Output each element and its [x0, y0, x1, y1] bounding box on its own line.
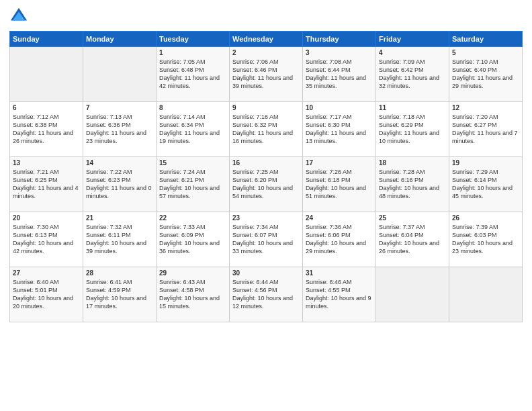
day-number: 14 [86, 159, 153, 167]
day-number: 11 [379, 104, 446, 111]
calendar-cell: 7Sunrise: 7:13 AMSunset: 6:36 PMDaylight… [83, 102, 157, 157]
day-number: 31 [306, 269, 373, 277]
cell-content: Sunrise: 7:05 AMSunset: 6:48 PMDaylight:… [159, 58, 226, 91]
week-row-4: 27Sunrise: 6:40 AMSunset: 5:01 PMDayligh… [10, 267, 523, 322]
day-number: 17 [306, 159, 373, 167]
day-number: 27 [13, 269, 80, 277]
calendar-cell [10, 47, 83, 102]
day-number: 26 [452, 214, 519, 222]
cell-content: Sunrise: 7:25 AMSunset: 6:20 PMDaylight:… [232, 168, 300, 201]
calendar-cell [376, 267, 449, 322]
cell-content: Sunrise: 7:24 AMSunset: 6:21 PMDaylight:… [159, 168, 226, 201]
calendar-cell: 1Sunrise: 7:05 AMSunset: 6:48 PMDaylight… [157, 47, 230, 102]
day-number: 22 [159, 214, 226, 222]
day-number: 16 [232, 159, 300, 167]
day-number: 28 [86, 269, 153, 277]
day-number: 12 [452, 104, 519, 111]
day-number: 2 [232, 49, 300, 56]
day-number: 9 [232, 104, 300, 111]
weekday-wednesday: Wednesday [230, 32, 303, 47]
day-number: 3 [306, 49, 373, 56]
weekday-sunday: Sunday [10, 32, 83, 47]
cell-content: Sunrise: 7:12 AMSunset: 6:38 PMDaylight:… [13, 113, 80, 146]
calendar-cell: 28Sunrise: 6:41 AMSunset: 4:59 PMDayligh… [83, 267, 157, 322]
cell-content: Sunrise: 7:28 AMSunset: 6:16 PMDaylight:… [379, 168, 446, 201]
calendar-cell: 29Sunrise: 6:43 AMSunset: 4:58 PMDayligh… [157, 267, 230, 322]
calendar-cell: 18Sunrise: 7:28 AMSunset: 6:16 PMDayligh… [376, 157, 449, 212]
cell-content: Sunrise: 7:22 AMSunset: 6:23 PMDaylight:… [86, 168, 153, 201]
calendar-cell: 30Sunrise: 6:44 AMSunset: 4:56 PMDayligh… [230, 267, 303, 322]
calendar-cell [83, 47, 157, 102]
day-number: 6 [13, 104, 80, 111]
day-number: 1 [159, 49, 226, 56]
calendar-cell: 2Sunrise: 7:06 AMSunset: 6:46 PMDaylight… [230, 47, 303, 102]
day-number: 23 [232, 214, 300, 222]
calendar-cell: 3Sunrise: 7:08 AMSunset: 6:44 PMDaylight… [303, 47, 376, 102]
calendar-cell: 13Sunrise: 7:21 AMSunset: 6:25 PMDayligh… [10, 157, 83, 212]
weekday-header-row: SundayMondayTuesdayWednesdayThursdayFrid… [10, 32, 523, 47]
weekday-saturday: Saturday [449, 32, 523, 47]
weekday-tuesday: Tuesday [157, 32, 230, 47]
cell-content: Sunrise: 7:10 AMSunset: 6:40 PMDaylight:… [452, 58, 519, 91]
cell-content: Sunrise: 7:39 AMSunset: 6:03 PMDaylight:… [452, 223, 519, 256]
week-row-3: 20Sunrise: 7:30 AMSunset: 6:13 PMDayligh… [10, 212, 523, 267]
calendar-cell: 12Sunrise: 7:20 AMSunset: 6:27 PMDayligh… [449, 102, 523, 157]
cell-content: Sunrise: 6:40 AMSunset: 5:01 PMDaylight:… [13, 278, 80, 311]
week-row-1: 6Sunrise: 7:12 AMSunset: 6:38 PMDaylight… [10, 102, 523, 157]
day-number: 13 [13, 159, 80, 167]
calendar-cell: 10Sunrise: 7:17 AMSunset: 6:30 PMDayligh… [303, 102, 376, 157]
day-number: 7 [86, 104, 153, 111]
cell-content: Sunrise: 7:06 AMSunset: 6:46 PMDaylight:… [232, 58, 300, 91]
day-number: 4 [379, 49, 446, 56]
calendar-cell: 23Sunrise: 7:34 AMSunset: 6:07 PMDayligh… [230, 212, 303, 267]
calendar-cell: 19Sunrise: 7:29 AMSunset: 6:14 PMDayligh… [449, 157, 523, 212]
cell-content: Sunrise: 7:13 AMSunset: 6:36 PMDaylight:… [86, 113, 153, 146]
cell-content: Sunrise: 7:21 AMSunset: 6:25 PMDaylight:… [13, 168, 80, 201]
week-row-2: 13Sunrise: 7:21 AMSunset: 6:25 PMDayligh… [10, 157, 523, 212]
cell-content: Sunrise: 7:32 AMSunset: 6:11 PMDaylight:… [86, 223, 153, 256]
calendar-cell: 9Sunrise: 7:16 AMSunset: 6:32 PMDaylight… [230, 102, 303, 157]
day-number: 8 [159, 104, 226, 111]
day-number: 10 [306, 104, 373, 111]
cell-content: Sunrise: 7:37 AMSunset: 6:04 PMDaylight:… [379, 223, 446, 256]
calendar-cell: 21Sunrise: 7:32 AMSunset: 6:11 PMDayligh… [83, 212, 157, 267]
calendar-cell: 11Sunrise: 7:18 AMSunset: 6:29 PMDayligh… [376, 102, 449, 157]
week-row-0: 1Sunrise: 7:05 AMSunset: 6:48 PMDaylight… [10, 47, 523, 102]
calendar-cell: 20Sunrise: 7:30 AMSunset: 6:13 PMDayligh… [10, 212, 83, 267]
day-number: 21 [86, 214, 153, 222]
day-number: 18 [379, 159, 446, 167]
cell-content: Sunrise: 6:41 AMSunset: 4:59 PMDaylight:… [86, 278, 153, 311]
day-number: 20 [13, 214, 80, 222]
calendar-cell: 22Sunrise: 7:33 AMSunset: 6:09 PMDayligh… [157, 212, 230, 267]
calendar-cell: 6Sunrise: 7:12 AMSunset: 6:38 PMDaylight… [10, 102, 83, 157]
day-number: 19 [452, 159, 519, 167]
calendar-cell: 5Sunrise: 7:10 AMSunset: 6:40 PMDaylight… [449, 47, 523, 102]
day-number: 25 [379, 214, 446, 222]
calendar-table: SundayMondayTuesdayWednesdayThursdayFrid… [9, 31, 523, 322]
weekday-friday: Friday [376, 32, 449, 47]
cell-content: Sunrise: 7:09 AMSunset: 6:42 PMDaylight:… [379, 58, 446, 91]
page: SundayMondayTuesdayWednesdayThursdayFrid… [0, 0, 532, 411]
cell-content: Sunrise: 6:44 AMSunset: 4:56 PMDaylight:… [232, 278, 300, 311]
day-number: 24 [306, 214, 373, 222]
header [9, 7, 523, 26]
calendar-cell: 15Sunrise: 7:24 AMSunset: 6:21 PMDayligh… [157, 157, 230, 212]
cell-content: Sunrise: 7:33 AMSunset: 6:09 PMDaylight:… [159, 223, 226, 256]
day-number: 29 [159, 269, 226, 277]
calendar-cell: 31Sunrise: 6:46 AMSunset: 4:55 PMDayligh… [303, 267, 376, 322]
weekday-monday: Monday [83, 32, 157, 47]
cell-content: Sunrise: 7:20 AMSunset: 6:27 PMDaylight:… [452, 113, 519, 146]
day-number: 30 [232, 269, 300, 277]
cell-content: Sunrise: 6:43 AMSunset: 4:58 PMDaylight:… [159, 278, 226, 311]
day-number: 5 [452, 49, 519, 56]
cell-content: Sunrise: 7:16 AMSunset: 6:32 PMDaylight:… [232, 113, 300, 146]
calendar-cell [449, 267, 523, 322]
cell-content: Sunrise: 7:14 AMSunset: 6:34 PMDaylight:… [159, 113, 226, 146]
cell-content: Sunrise: 7:17 AMSunset: 6:30 PMDaylight:… [306, 113, 373, 146]
cell-content: Sunrise: 7:30 AMSunset: 6:13 PMDaylight:… [13, 223, 80, 256]
logo-icon [9, 7, 28, 26]
day-number: 15 [159, 159, 226, 167]
cell-content: Sunrise: 7:26 AMSunset: 6:18 PMDaylight:… [306, 168, 373, 201]
calendar-cell: 16Sunrise: 7:25 AMSunset: 6:20 PMDayligh… [230, 157, 303, 212]
calendar-cell: 27Sunrise: 6:40 AMSunset: 5:01 PMDayligh… [10, 267, 83, 322]
